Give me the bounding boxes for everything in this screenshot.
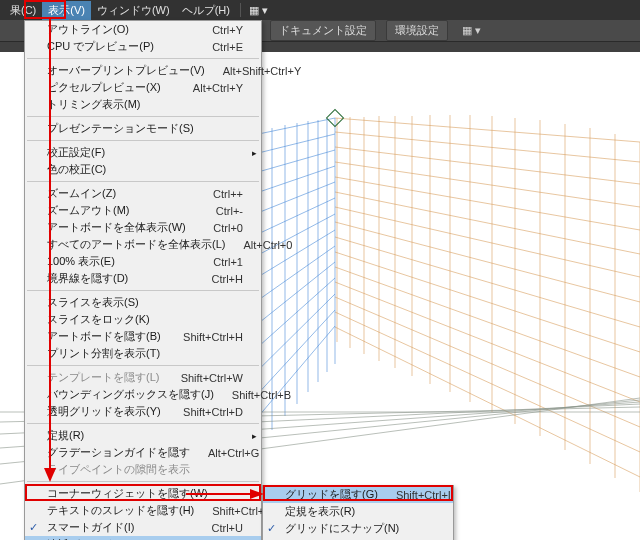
view-menu-item[interactable]: コーナーウィジェットを隠す(W) [25,485,261,502]
view-menu-item[interactable]: 定規(R)▸ [25,427,261,444]
view-menu-item[interactable]: CPU でプレビュー(P)Ctrl+E [25,38,261,55]
svg-line-9 [335,252,640,352]
separator [27,481,259,482]
svg-line-2 [335,147,640,184]
shortcut: Shift+Ctrl+H [165,331,243,343]
svg-line-13 [335,312,640,452]
menu-item-label: グリッドを隠す(G) [285,487,378,502]
menu-item-label: すべてのアートボードを全体表示(L) [47,237,225,252]
view-menu-item[interactable]: 校正設定(F)▸ [25,144,261,161]
menu-item-label: 境界線を隠す(D) [47,271,128,286]
view-menu-item[interactable]: アウトライン(O)Ctrl+Y [25,21,261,38]
menubar: 果(C) 表示(V) ウィンドウ(W) ヘルプ(H) ▦ ▾ [0,0,640,20]
menu-item-label: ズームイン(Z) [47,186,116,201]
menu-window[interactable]: ウィンドウ(W) [91,1,176,20]
svg-line-0 [335,118,640,142]
submenu-item[interactable]: 定規を表示(R) [263,503,453,520]
separator [27,58,259,59]
view-menu-item[interactable]: 100% 表示(E)Ctrl+1 [25,253,261,270]
view-menu-item[interactable]: ズームアウト(M)Ctrl+- [25,202,261,219]
menu-item-label: テンプレートを隠す(L) [47,370,159,385]
view-menu-item[interactable]: アートボードを隠す(B)Shift+Ctrl+H [25,328,261,345]
separator [27,423,259,424]
svg-line-5 [335,192,640,254]
menu-item-label: CPU でプレビュー(P) [47,39,154,54]
align-icon[interactable]: ▦ ▾ [245,4,272,17]
view-menu-item[interactable]: 遠近グリッド(P)▸ [25,536,261,540]
view-menu-item[interactable]: 境界線を隠す(D)Ctrl+H [25,270,261,287]
view-menu-item: テンプレートを隠す(L)Shift+Ctrl+W [25,369,261,386]
menu-item-label: テキストのスレッドを隠す(H) [47,503,194,518]
separator [27,365,259,366]
menu-item-label: 定規を表示(R) [285,504,355,519]
separator [27,116,259,117]
shortcut: Alt+Ctrl+G [190,447,259,459]
svg-line-8 [335,237,640,327]
view-menu-item[interactable]: スライスをロック(K) [25,311,261,328]
check-icon: ✓ [29,521,38,534]
menu-item-label: 色の校正(C) [47,162,106,177]
shortcut: Alt+Ctrl+Y [175,82,243,94]
view-menu-item[interactable]: バウンディングボックスを隠す(J)Shift+Ctrl+B [25,386,261,403]
chevron-right-icon: ▸ [252,148,257,158]
svg-line-14 [335,327,640,477]
doc-settings-button[interactable]: ドキュメント設定 [270,20,376,41]
menu-item-label: スライスをロック(K) [47,312,150,327]
shortcut: Shift+Ctrl+D [165,406,243,418]
view-menu-item[interactable]: ✓スマートガイド(I)Ctrl+U [25,519,261,536]
shortcut: Alt+Ctrl+0 [225,239,292,251]
shortcut: Ctrl+H [194,273,243,285]
view-menu-item[interactable]: トリミング表示(M) [25,96,261,113]
submenu-item[interactable]: ✓グリッドにスナップ(N) [263,520,453,537]
align-icon[interactable]: ▦ ▾ [458,24,485,37]
view-menu-item[interactable]: ズームイン(Z)Ctrl++ [25,185,261,202]
view-menu-item[interactable]: テキストのスレッドを隠す(H)Shift+Ctrl+Y [25,502,261,519]
menu-item-label: プリント分割を表示(T) [47,346,160,361]
menu-item-label: 透明グリッドを表示(Y) [47,404,161,419]
shortcut: Ctrl+Y [194,24,243,36]
view-menu-item[interactable]: プレゼンテーションモード(S) [25,120,261,137]
separator [27,140,259,141]
menu-item-label: アートボードを全体表示(W) [47,220,186,235]
menu-item-label: 校正設定(F) [47,145,105,160]
shortcut: Shift+Ctrl+B [214,389,291,401]
view-menu-item[interactable]: すべてのアートボードを全体表示(L)Alt+Ctrl+0 [25,236,261,253]
view-menu-item[interactable]: オーバープリントプレビュー(V)Alt+Shift+Ctrl+Y [25,62,261,79]
perspective-grid-submenu[interactable]: グリッドを隠す(G)Shift+Ctrl+I定規を表示(R)✓グリッドにスナップ… [262,485,454,540]
shortcut: Alt+Shift+Ctrl+Y [205,65,302,77]
submenu-item[interactable]: グリッドを隠す(G)Shift+Ctrl+I [263,486,453,503]
view-menu-item[interactable]: ピクセルプレビュー(X)Alt+Ctrl+Y [25,79,261,96]
svg-line-3 [335,162,640,207]
menu-item-label: コーナーウィジェットを隠す(W) [47,486,208,501]
menu-view[interactable]: 表示(V) [42,1,91,20]
view-menu-item[interactable]: 色の校正(C) [25,161,261,178]
svg-line-6 [335,207,640,277]
separator [27,290,259,291]
menu-effects[interactable]: 果(C) [4,1,42,20]
svg-line-10 [335,267,640,377]
shortcut: Shift+Ctrl+W [163,372,243,384]
view-menu-item[interactable]: スライスを表示(S) [25,294,261,311]
check-icon: ✓ [267,522,276,535]
menu-item-label: ライブペイントの隙間を表示 [47,462,190,477]
menu-item-label: スライスを表示(S) [47,295,139,310]
menu-item-label: グラデーションガイドを隠す [47,445,190,460]
svg-line-7 [335,222,640,302]
menu-item-label: トリミング表示(M) [47,97,141,112]
menu-item-label: スマートガイド(I) [47,520,134,535]
menu-item-label: ズームアウト(M) [47,203,130,218]
view-menu-item[interactable]: 透明グリッドを表示(Y)Shift+Ctrl+D [25,403,261,420]
separator [27,181,259,182]
menu-item-label: アウトライン(O) [47,22,129,37]
view-menu-item[interactable]: アートボードを全体表示(W)Ctrl+0 [25,219,261,236]
view-menu-item[interactable]: プリント分割を表示(T) [25,345,261,362]
menu-item-label: 定規(R) [47,428,84,443]
view-menu-item[interactable]: グラデーションガイドを隠すAlt+Ctrl+G [25,444,261,461]
view-menu[interactable]: アウトライン(O)Ctrl+YCPU でプレビュー(P)Ctrl+Eオーバープリ… [24,20,262,540]
env-settings-button[interactable]: 環境設定 [386,20,448,41]
view-menu-item: ライブペイントの隙間を表示 [25,461,261,478]
svg-line-4 [335,177,640,230]
menu-item-label: バウンディングボックスを隠す(J) [47,387,214,402]
menu-help[interactable]: ヘルプ(H) [176,1,236,20]
menu-item-label: 100% 表示(E) [47,254,115,269]
